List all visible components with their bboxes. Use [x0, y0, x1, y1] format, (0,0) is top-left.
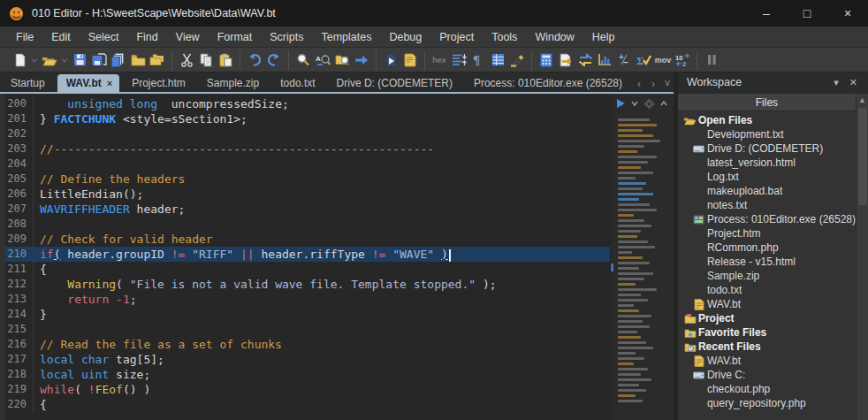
menu-find[interactable]: Find: [127, 28, 166, 46]
print-icon[interactable]: [109, 51, 128, 69]
code-line-209[interactable]: 209// Check for valid header: [0, 232, 610, 247]
code-line-210[interactable]: 210if( header.groupID != "RIFF" || heade…: [0, 247, 610, 262]
code-line-213[interactable]: 213 return -1;: [0, 292, 610, 307]
menu-select[interactable]: Select: [80, 28, 128, 46]
save-icon[interactable]: [70, 51, 89, 69]
highlight-pen-icon[interactable]: [507, 51, 527, 69]
chevron-up-icon[interactable]: [658, 97, 671, 111]
redo-icon[interactable]: [264, 51, 284, 69]
tab-sample-zip[interactable]: Sample.zip: [196, 74, 270, 92]
calculator-icon[interactable]: [537, 51, 556, 69]
table-view-icon[interactable]: [488, 51, 507, 69]
tree-item-project[interactable]: Project: [678, 311, 856, 325]
transfer-icon[interactable]: [575, 51, 595, 69]
tree-item-recent-files[interactable]: Recent Files: [678, 340, 856, 354]
tab-scroll-right-icon[interactable]: ›: [647, 78, 659, 90]
tab-wav-bt[interactable]: WAV.bt×: [57, 74, 119, 92]
tab-drive-d-codemeter-[interactable]: Drive D: (CODEMETER): [326, 74, 463, 92]
tab-list-icon[interactable]: ˅: [661, 78, 674, 90]
base-converter-icon[interactable]: 102: [673, 51, 692, 69]
code-line-214[interactable]: 214}: [0, 307, 610, 322]
files-panel-tab[interactable]: Files: [678, 94, 856, 111]
code-line-219[interactable]: 219while( !FEof() ): [0, 382, 610, 397]
tab-todo-txt[interactable]: todo.txt: [270, 74, 325, 92]
line-endings-icon[interactable]: [449, 51, 468, 69]
code-line-201[interactable]: 201} FACTCHUNK <style=sSection1>;: [0, 111, 610, 126]
menu-tools[interactable]: Tools: [483, 28, 526, 46]
replace-icon[interactable]: A: [313, 51, 332, 69]
menu-templates[interactable]: Templates: [312, 28, 380, 46]
run-template-icon[interactable]: [400, 51, 420, 69]
tree-item-notes-txt[interactable]: notes.txt: [678, 198, 856, 212]
hex-mode-icon[interactable]: hex: [430, 51, 449, 69]
new-file-arrow-icon[interactable]: [29, 51, 40, 69]
compare-icon[interactable]: +–: [614, 51, 634, 69]
minimize-button[interactable]: –: [746, 0, 787, 27]
code-line-203[interactable]: 203//-----------------------------------…: [0, 141, 610, 157]
code-line-205[interactable]: 205// Define the headers: [0, 172, 610, 187]
tab-scroll-left-icon[interactable]: ‹: [633, 78, 645, 90]
folder-copy-icon[interactable]: [148, 51, 167, 69]
run-script-icon[interactable]: [381, 51, 400, 69]
close-button[interactable]: ×: [827, 0, 868, 27]
tree-item-project-htm[interactable]: Project.htm: [678, 226, 856, 241]
chevron-down-icon[interactable]: [628, 97, 642, 111]
goto-icon[interactable]: [352, 51, 371, 69]
pause-icon[interactable]: [702, 51, 721, 69]
open-file-icon[interactable]: [40, 51, 59, 69]
show-whitespace-icon[interactable]: ¶: [468, 51, 488, 69]
workspace-scrollbar[interactable]: ▲: [856, 94, 868, 420]
menu-view[interactable]: View: [167, 28, 209, 46]
code-line-200[interactable]: 200 unsigned long uncompressedSize;: [0, 96, 610, 111]
tree-item-wav-bt[interactable]: WAV.bt: [678, 297, 856, 311]
code-line-207[interactable]: 207WAVRIFFHEADER header;: [0, 202, 610, 217]
code-line-206[interactable]: 206LittleEndian();: [0, 187, 610, 202]
tree-item-process-010editor-exe-26528-[interactable]: Process: 010Editor.exe (26528): [678, 212, 856, 226]
code-line-204[interactable]: 204: [0, 157, 610, 172]
tree-item-development-txt[interactable]: Development.txt: [678, 127, 856, 141]
code-editor[interactable]: 200 unsigned long uncompressedSize;201} …: [0, 94, 610, 420]
menu-project[interactable]: Project: [430, 28, 483, 46]
code-line-218[interactable]: 218local uint size;: [0, 367, 610, 382]
folder-icon[interactable]: [128, 51, 148, 69]
code-line-212[interactable]: 212 Warning( "File is not a valid wave f…: [0, 277, 610, 292]
code-line-202[interactable]: 202: [0, 126, 610, 141]
menu-edit[interactable]: Edit: [42, 28, 80, 46]
tree-item-query-repository-php[interactable]: query_repository.php: [678, 396, 856, 410]
tree-item-open-files[interactable]: Open Files: [678, 113, 856, 127]
code-line-215[interactable]: 215: [0, 322, 610, 337]
import-file-icon[interactable]: [556, 51, 575, 69]
tree-item-drive-c-[interactable]: Drive C:: [678, 368, 856, 382]
save-all-icon[interactable]: [89, 51, 109, 69]
tree-item-log-txt[interactable]: Log.txt: [678, 170, 856, 184]
tree-item-todo-txt[interactable]: todo.txt: [678, 283, 856, 297]
menu-window[interactable]: Window: [526, 28, 582, 46]
tree-item-rcommon-php[interactable]: RCommon.php: [678, 241, 856, 255]
tree-item-favorite-files[interactable]: Favorite Files: [678, 325, 856, 340]
checksum-icon[interactable]: Σ: [634, 51, 653, 69]
tree-item-makeupload-bat[interactable]: makeupload.bat: [678, 184, 856, 198]
menu-file[interactable]: File: [7, 28, 42, 46]
menu-scripts[interactable]: Scripts: [261, 28, 312, 46]
undo-icon[interactable]: [245, 51, 264, 69]
histogram-icon[interactable]: [595, 51, 614, 69]
cut-icon[interactable]: [177, 51, 196, 69]
find-icon[interactable]: [293, 51, 313, 69]
tree-item-drive-d-codemeter-[interactable]: Drive D: (CODEMETER): [678, 141, 856, 156]
copy-icon[interactable]: [196, 51, 216, 69]
workspace-close-icon[interactable]: ✕: [844, 77, 863, 88]
code-line-208[interactable]: 208: [0, 217, 610, 232]
scrollbar-thumb[interactable]: [858, 108, 867, 205]
tab-process-010editor-exe-26528-[interactable]: Process: 010Editor.exe (26528): [463, 74, 633, 92]
workspace-menu-icon[interactable]: ▾: [828, 77, 844, 88]
open-file-arrow-icon[interactable]: [59, 51, 70, 69]
tab-startup[interactable]: Startup: [0, 74, 56, 92]
menu-format[interactable]: Format: [209, 28, 262, 46]
paste-icon[interactable]: [216, 51, 235, 69]
code-line-220[interactable]: 220{: [0, 397, 610, 412]
menu-help[interactable]: Help: [583, 28, 624, 46]
new-file-icon[interactable]: [10, 51, 29, 69]
menu-debug[interactable]: Debug: [380, 28, 430, 46]
tree-item-checkout-php[interactable]: checkout.php: [678, 382, 856, 396]
maximize-button[interactable]: □: [787, 0, 827, 27]
